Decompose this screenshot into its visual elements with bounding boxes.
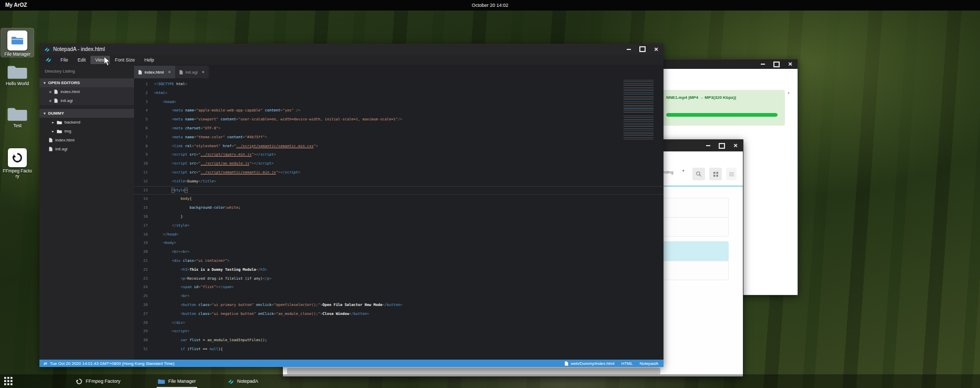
sort-dropdown[interactable]: nding [663,170,673,175]
menu-view[interactable]: View [90,56,110,64]
taskbar-item-label: NotepadA [237,379,258,384]
tab-close-icon[interactable]: × [202,69,205,75]
minimize-button[interactable] [705,142,711,149]
file-icon [565,361,568,366]
line-number: 18 [134,230,148,239]
code-line[interactable]: 11 <script src="../script/semantic/seman… [134,168,663,177]
taskbar-item-file-manager[interactable]: File Manager [156,374,198,388]
code-line[interactable]: 28 </div> [134,319,663,328]
notepada-titlebar[interactable]: NotepadA - index.html × [39,44,663,55]
clock: October 20 14:02 [472,3,508,8]
code-line[interactable]: 6 <meta charset="UTF-8"> [134,124,663,133]
code-line[interactable]: 4 <meta name="apple-mobile-web-app-capab… [134,106,663,115]
line-number: 4 [134,106,148,115]
code-line[interactable]: 19 <body> [134,239,663,248]
menu-font-size[interactable]: Font Size [110,56,139,64]
code-line[interactable]: 24 <span id="flist"></span> [134,283,663,292]
section-open-editors[interactable]: ▾ OPEN EDITORS [39,78,134,87]
scroll-up-icon[interactable]: ▲ [787,91,790,94]
code-editor[interactable]: 1<!DOCTYPE html>2<html>3 <head>4 <meta n… [134,78,663,360]
minimize-button[interactable] [760,61,766,67]
minimize-button[interactable] [626,46,632,53]
close-file-icon[interactable]: × [49,90,52,94]
code-line[interactable]: 17 </style> [134,221,663,230]
conversion-progress-bar [666,113,778,117]
code-line[interactable]: 23 <p>Received drag-in filelist (if any)… [134,274,663,283]
tree-item-init-agi[interactable]: init.agi [39,145,134,154]
menu-help[interactable]: Help [139,56,159,64]
code-line[interactable]: 1<!DOCTYPE html> [134,80,663,89]
maximize-button[interactable] [639,46,646,53]
code-line[interactable]: 7 <meta name="theme-color" content="#4b7… [134,133,663,142]
code-line[interactable]: 15 background-color:white; [134,203,663,212]
caret-right-icon: ▸ [52,129,54,134]
close-button[interactable]: × [653,46,659,53]
code-line[interactable]: 10 <script src="../script/ao_module.js">… [134,159,663,168]
code-line[interactable]: 14 body{ [134,195,663,203]
line-number: 5 [134,115,148,124]
file-icon [179,70,183,75]
close-file-icon[interactable]: × [49,99,52,103]
code-line[interactable]: 27 <button class="ui negative button" on… [134,310,663,319]
code-line[interactable]: 12 <title>Dummy</title> [134,177,663,186]
section-dummy-folder[interactable]: ▾ DUMMY [39,109,134,118]
code-line[interactable]: 9 <script src="../script/jquery.min.js">… [134,150,663,159]
code-line[interactable]: 20 <br><br> [134,248,663,257]
line-number: 12 [134,177,148,186]
line-number: 31 [134,345,148,354]
desktop-icon-hello-world[interactable]: Hello World [1,63,34,86]
tab-index-html[interactable]: index.html × [134,66,175,78]
code-line[interactable]: 18 </head> [134,230,663,239]
taskbar-item-ffmpeg-factory[interactable]: FFmpeg Factory [74,374,122,388]
tree-item-index-html[interactable]: index.html [39,136,134,145]
code-line[interactable]: 26 <button class="ui primary button" onc… [134,301,663,310]
open-editor-index-html[interactable]: × index.html [39,87,134,96]
code-line[interactable]: 29 <script> [134,327,663,336]
sync-icon: ⇄ [44,361,47,366]
maximize-button[interactable] [773,61,780,67]
minimap[interactable] [624,80,660,140]
code-line[interactable]: 31 if (flist == null){ [134,345,663,354]
aroz-home-button[interactable]: My ArOZ [5,2,27,8]
menu-file[interactable]: File [56,56,73,64]
search-button[interactable] [692,168,705,180]
file-icon [138,70,142,75]
desktop-icon-ffmpeg-factory[interactable]: FFmpeg Factory [1,146,34,179]
desktop-icon-test[interactable]: Test [1,105,34,128]
code-line[interactable]: 25 <br> [134,292,663,301]
taskbar-item-label: File Manager [168,379,196,384]
code-line[interactable]: 16 } [134,212,663,221]
line-number: 8 [134,142,148,151]
code-line[interactable]: 3 <head> [134,98,663,107]
line-number: 27 [134,310,148,319]
conversion-progress-track [666,113,778,117]
grid-view-button[interactable] [709,168,722,180]
tree-item-backend[interactable]: ▸ backend [39,118,134,127]
code-line[interactable]: 2<html> [134,89,663,98]
line-number: 14 [134,195,148,203]
open-editor-init-agi[interactable]: × init.agi [39,96,134,105]
tab-init-agi[interactable]: init.agi × [175,66,209,78]
line-number: 21 [134,257,148,266]
code-line[interactable]: 13 <style> [134,186,663,195]
code-line[interactable]: 5 <meta name="viewport" content="user-sc… [134,115,663,124]
desktop-icon-file-manager[interactable]: File Manager [1,28,34,57]
tab-close-icon[interactable]: × [168,69,170,75]
line-number: 11 [134,168,148,177]
list-view-button[interactable] [726,168,737,180]
top-bar: My ArOZ October 20 14:02 [0,0,980,11]
line-number: 17 [134,221,148,230]
menu-edit[interactable]: Edit [73,56,91,64]
app-launcher-icon[interactable] [4,377,13,385]
close-button[interactable]: × [732,142,739,149]
line-number: 25 [134,292,148,301]
file-icon [49,138,53,142]
code-line[interactable]: 21 <div class="ui container"> [134,257,663,266]
taskbar-item-notepada[interactable]: NotepadA [225,374,260,388]
maximize-button[interactable] [719,142,725,149]
code-line[interactable]: 22 <h3>This is a Dummy Testing Module</h… [134,266,663,274]
code-line[interactable]: 8 <link rel="stylesheet" href="../script… [134,142,663,151]
close-button[interactable]: × [787,61,793,67]
tree-item-img[interactable]: ▸ img [39,127,134,136]
code-line[interactable]: 30 var flist = ao_module_loadInputFiles(… [134,336,663,345]
